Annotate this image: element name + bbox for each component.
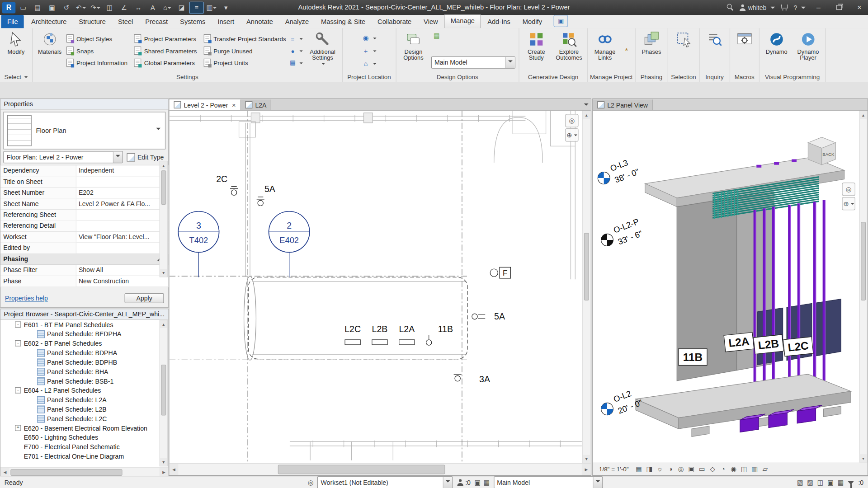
floor-plan-canvas[interactable]: 3 T402 2 E402: [170, 111, 591, 463]
annotation-tags[interactable]: 2C 5A L2C L2B L2A 11B 5A 3A F: [216, 174, 507, 384]
dynamo-button[interactable]: Dynamo: [762, 29, 792, 72]
temporary-hide-isolate[interactable]: ◔: [718, 464, 728, 474]
type-selector[interactable]: Floor Plan: [3, 112, 165, 149]
panel-label-select[interactable]: Select: [0, 72, 32, 82]
Analyze[interactable]: Analyze: [279, 15, 315, 28]
scroll-up-arrow[interactable]: ▲: [860, 111, 867, 119]
measure[interactable]: ∠: [118, 2, 131, 13]
help-button[interactable]: ?: [793, 4, 805, 11]
File[interactable]: File: [1, 15, 24, 28]
scroll-left-arrow[interactable]: ◀: [170, 464, 179, 475]
panel-3d-vertical-scrollbar[interactable]: ▲ ▼: [859, 111, 867, 463]
callout-boundary[interactable]: [248, 277, 467, 359]
Massing & Site[interactable]: Massing & Site: [315, 15, 372, 28]
detail-level[interactable]: ▦: [634, 464, 644, 474]
tag-l2c[interactable]: L2C: [344, 324, 361, 334]
tag-l2b[interactable]: L2B: [372, 324, 388, 334]
property-value[interactable]: Show All: [76, 265, 168, 276]
thin-lines[interactable]: ≡: [189, 1, 204, 14]
reveal-constraints[interactable]: ▱: [760, 464, 770, 474]
structural-settings[interactable]: ≡: [288, 33, 304, 43]
callout-head-2-E402[interactable]: 2 E402: [269, 211, 310, 253]
properties-help-link[interactable]: Properties help: [5, 295, 48, 302]
property-value[interactable]: View "Floor Plan: Level...: [76, 232, 168, 242]
select-underlay-toggle[interactable]: ▨: [807, 479, 813, 486]
property-value[interactable]: New Construction: [76, 276, 168, 286]
property-row[interactable]: Edited by: [0, 243, 168, 254]
close-button[interactable]: ×: [852, 0, 867, 15]
active-design-option-icon[interactable]: ▦: [431, 30, 442, 41]
level-markers[interactable]: [598, 172, 613, 415]
tree-item[interactable]: - E601 - BT EM Panel Schedules: [0, 320, 168, 329]
design-options-button[interactable]: Design Options: [398, 29, 428, 72]
Structure[interactable]: Structure: [73, 15, 112, 28]
project-parameters[interactable]: Project Parameters: [134, 33, 197, 45]
Architecture[interactable]: Architecture: [25, 15, 73, 28]
device-symbols[interactable]: [230, 187, 510, 381]
project-information[interactable]: Project Information: [66, 57, 127, 69]
callout-head-3-T402[interactable]: 3 T402: [178, 211, 219, 253]
tree-item[interactable]: Panel Schedule: BDPHA: [0, 348, 168, 357]
tree-expander-icon[interactable]: +: [15, 425, 21, 431]
property-value[interactable]: Independent: [76, 165, 168, 176]
explore-outcomes-button[interactable]: Explore Outcomes: [553, 29, 585, 72]
ribbon-options-icon[interactable]: ▣: [554, 15, 568, 27]
label-l2b[interactable]: L2B: [758, 337, 779, 352]
design-options-status-icon[interactable]: ▦: [483, 479, 490, 486]
design-option-select[interactable]: Main Model: [431, 56, 515, 69]
Add-Ins[interactable]: Add-Ins: [481, 15, 517, 28]
panel-schedule-templates[interactable]: ▤: [288, 58, 304, 68]
property-value[interactable]: E202: [76, 188, 168, 198]
plan-horizontal-scrollbar[interactable]: ◀ ▶: [170, 463, 591, 475]
crop-view[interactable]: ▣: [686, 464, 697, 474]
label-l2a[interactable]: L2A: [728, 335, 750, 349]
tree-expander-icon[interactable]: -: [15, 340, 21, 346]
Precast[interactable]: Precast: [139, 15, 174, 28]
user-account-button[interactable]: whiteb: [739, 4, 775, 11]
tree-item[interactable]: E701 - Electrical One-Line Diagram: [0, 451, 168, 461]
selection-tools-button[interactable]: [670, 29, 697, 72]
additional-settings-button[interactable]: Additional Settings: [306, 29, 340, 72]
manage-links-button[interactable]: Manage Links: [590, 29, 620, 72]
view-cube[interactable]: BACK: [808, 137, 835, 165]
reveal-hidden-elements[interactable]: ◉: [728, 464, 739, 474]
browser-scrollbar[interactable]: ▲ ▼: [160, 320, 168, 466]
show-crop-region[interactable]: ▭: [697, 464, 707, 474]
instance-selector[interactable]: Floor Plan: Level 2 - Power: [3, 151, 123, 163]
plan-vertical-scrollbar[interactable]: ▲ ▼: [582, 111, 590, 463]
select-by-face-toggle[interactable]: ▣: [827, 479, 834, 486]
tree-item[interactable]: Panel Schedule: BSB-1: [0, 376, 168, 386]
undo[interactable]: ↶: [74, 2, 87, 13]
property-row[interactable]: Sheet Number E202: [0, 188, 168, 198]
property-row[interactable]: Title on Sheet: [0, 177, 168, 188]
phases-button[interactable]: Phases: [637, 29, 665, 72]
tab-l2-panel-view[interactable]: L2 Panel View: [593, 99, 653, 110]
properties-scrollbar[interactable]: ▲ ▼: [160, 161, 168, 277]
scroll-thumb[interactable]: [161, 170, 166, 205]
application-button[interactable]: R: [2, 2, 15, 13]
scroll-thumb[interactable]: [861, 222, 866, 300]
scroll-down-arrow[interactable]: ▼: [160, 269, 167, 277]
tag-3a[interactable]: 3A: [479, 374, 490, 384]
purge-unused[interactable]: Purge Unused: [203, 45, 286, 57]
tree-item[interactable]: Panel Schedule: BEDPHA: [0, 329, 168, 339]
property-row[interactable]: Phase New Construction: [0, 276, 168, 287]
restore-button[interactable]: [831, 0, 846, 15]
scroll-up-arrow[interactable]: ▲: [160, 162, 167, 169]
scroll-right-arrow[interactable]: ▶: [582, 464, 591, 475]
save[interactable]: ▣: [45, 2, 58, 13]
object-styles[interactable]: Object Styles: [66, 33, 127, 45]
shadows[interactable]: ◑: [665, 464, 675, 474]
macro-manager-button[interactable]: [732, 29, 757, 72]
properties-header[interactable]: Properties: [0, 99, 168, 109]
location[interactable]: ◉: [362, 33, 377, 43]
active-design-option-select[interactable]: Main Model: [494, 476, 603, 488]
project-units[interactable]: Project Units: [203, 57, 286, 69]
drag-on-selection-toggle[interactable]: ▦: [838, 479, 844, 486]
tag-2c[interactable]: 2C: [216, 174, 227, 184]
inquiry-tools-button[interactable]: [702, 29, 727, 72]
scroll-thumb[interactable]: [584, 233, 589, 300]
aligned-dimension[interactable]: ↔: [132, 2, 145, 13]
materials-button[interactable]: Materials: [35, 29, 65, 72]
position[interactable]: ⌂: [362, 58, 377, 68]
